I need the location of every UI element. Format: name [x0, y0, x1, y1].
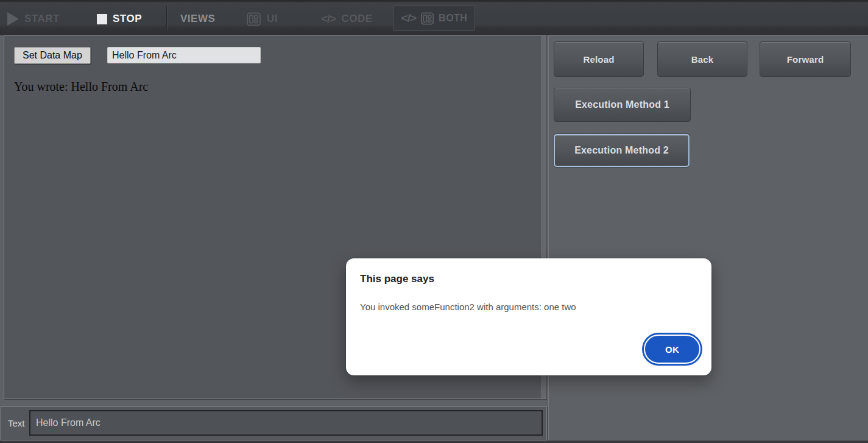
both-view-button[interactable]: </> BOTH — [393, 5, 475, 31]
code-icon: </> — [321, 12, 336, 26]
toolbar: START STOP VIEWS UI </> CODE </> — [0, 0, 868, 35]
both-layout-icon — [420, 12, 434, 26]
bottom-bar: Text — [1, 406, 547, 441]
stop-icon — [97, 14, 107, 24]
set-data-map-button[interactable]: Set Data Map — [14, 47, 91, 64]
dialog-title: This page says — [360, 273, 434, 285]
stop-button[interactable]: STOP — [97, 10, 142, 28]
code-view-button[interactable]: </> CODE — [321, 10, 373, 28]
forward-button[interactable]: Forward — [760, 41, 851, 77]
execution-method-1-button[interactable]: Execution Method 1 — [554, 88, 691, 122]
ok-button[interactable]: OK — [644, 335, 700, 364]
views-label: VIEWS — [180, 10, 215, 28]
both-code-icon: </> — [401, 12, 416, 25]
dialog-message: You invoked someFunction2 with arguments… — [360, 302, 576, 312]
ui-view-button[interactable]: UI — [246, 10, 278, 28]
window-bottom-edge — [0, 441, 868, 443]
text-input[interactable] — [29, 410, 543, 436]
play-icon — [7, 12, 19, 26]
reload-button[interactable]: Reload — [554, 41, 644, 77]
back-button[interactable]: Back — [657, 41, 747, 77]
ui-view-label: UI — [267, 13, 278, 25]
start-button-label: START — [24, 13, 60, 25]
alert-dialog: This page says You invoked someFunction2… — [346, 258, 711, 375]
code-view-label: CODE — [341, 13, 372, 25]
message-input[interactable] — [107, 47, 261, 63]
execution-method-2-button[interactable]: Execution Method 2 — [554, 134, 690, 167]
both-view-label: BOTH — [439, 13, 467, 24]
text-field-label: Text — [8, 407, 25, 439]
output-text: You wrote: Hello From Arc — [14, 80, 148, 94]
ui-layout-icon — [246, 12, 261, 27]
start-button[interactable]: START — [7, 10, 60, 28]
toolbar-divider — [166, 6, 167, 30]
control-panel: Reload Back Forward Execution Method 1 E… — [548, 35, 868, 443]
stop-button-label: STOP — [113, 13, 142, 25]
